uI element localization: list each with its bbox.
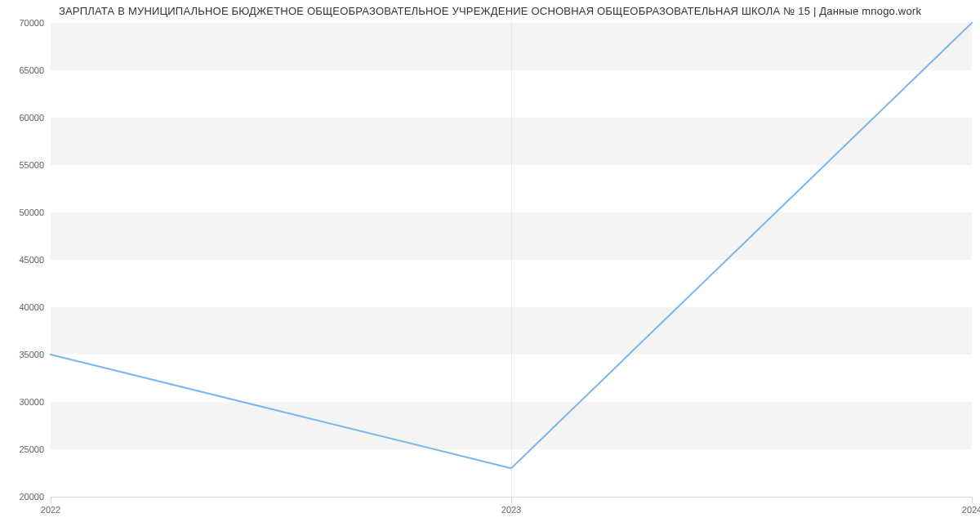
chart-title: ЗАРПЛАТА В МУНИЦИПАЛЬНОЕ БЮДЖЕТНОЕ ОБЩЕО…	[0, 5, 980, 17]
y-tick-label: 35000	[19, 350, 51, 359]
x-axis-line	[51, 497, 972, 498]
x-tick-label: 2022	[41, 497, 60, 515]
y-tick-label: 25000	[19, 444, 51, 454]
y-tick-label: 40000	[19, 302, 51, 312]
y-tick-label: 30000	[19, 397, 51, 407]
y-tick-label: 65000	[19, 65, 51, 75]
x-tick-label: 2024	[962, 497, 980, 515]
y-tick-label: 70000	[19, 18, 51, 28]
line-series	[51, 23, 972, 497]
plot-area: 2000025000300003500040000450005000055000…	[51, 23, 972, 497]
y-tick-label: 55000	[19, 160, 51, 170]
x-tick-label: 2023	[501, 497, 521, 515]
chart-container: ЗАРПЛАТА В МУНИЦИПАЛЬНОЕ БЮДЖЕТНОЕ ОБЩЕО…	[0, 0, 980, 531]
y-tick-label: 50000	[19, 207, 51, 217]
y-tick-label: 45000	[19, 255, 51, 265]
y-tick-label: 60000	[19, 113, 51, 123]
